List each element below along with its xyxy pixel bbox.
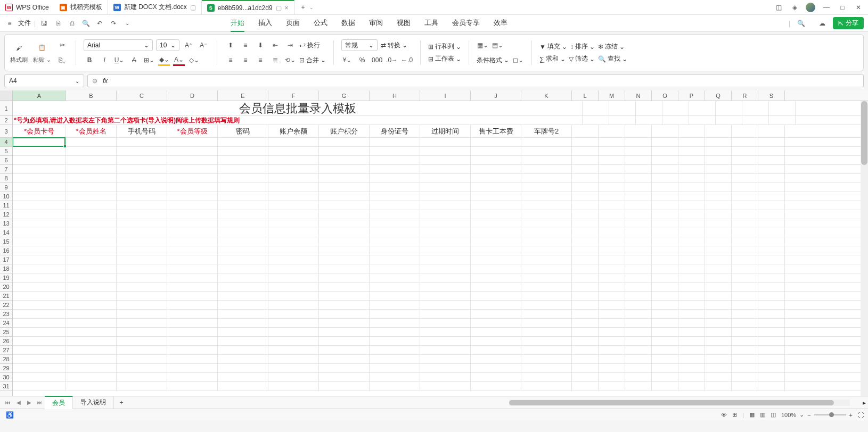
cell[interactable]	[705, 346, 732, 354]
cell[interactable]	[420, 255, 471, 264]
align-center-icon[interactable]: ≡	[240, 54, 251, 66]
cell[interactable]	[268, 183, 319, 192]
cell[interactable]	[218, 237, 268, 246]
cell[interactable]	[758, 382, 785, 391]
cell[interactable]	[732, 228, 758, 237]
undo-icon[interactable]: ↶	[94, 18, 105, 29]
cell[interactable]	[117, 355, 167, 363]
cell[interactable]	[521, 165, 572, 173]
cell[interactable]	[66, 355, 117, 363]
cell[interactable]	[370, 273, 420, 282]
worksheet-button[interactable]: ⊟ 工作表 ⌄	[428, 54, 461, 63]
cell[interactable]	[268, 264, 319, 273]
cell[interactable]	[66, 264, 117, 273]
cell[interactable]	[420, 237, 471, 246]
cell[interactable]	[167, 219, 218, 228]
maximize-button[interactable]: □	[835, 1, 850, 14]
cell[interactable]	[117, 264, 167, 273]
cell[interactable]	[268, 355, 319, 363]
preview-icon[interactable]: 🔍	[80, 18, 91, 29]
menu-tools[interactable]: 工具	[424, 15, 438, 32]
cell[interactable]	[268, 228, 319, 237]
cell[interactable]	[218, 219, 268, 228]
cell[interactable]	[599, 138, 625, 146]
cell[interactable]	[625, 373, 652, 381]
cell[interactable]	[521, 337, 572, 345]
cell[interactable]	[218, 292, 268, 300]
app-tab[interactable]: W WPS Office	[0, 0, 54, 14]
cell[interactable]	[758, 337, 785, 345]
cell[interactable]	[572, 183, 599, 192]
clear-format-icon[interactable]: ◇⌄	[188, 54, 200, 66]
cell[interactable]	[66, 165, 117, 173]
cell[interactable]	[167, 147, 218, 155]
cell[interactable]	[732, 174, 758, 182]
cell[interactable]	[117, 138, 167, 146]
col-header-I[interactable]: I	[420, 90, 471, 101]
cell[interactable]	[218, 264, 268, 273]
cell[interactable]	[732, 273, 758, 282]
cell[interactable]	[678, 138, 705, 146]
cell[interactable]	[572, 382, 599, 391]
cell[interactable]	[13, 364, 66, 372]
cell[interactable]	[521, 310, 572, 318]
cell[interactable]	[625, 138, 652, 146]
row-header-28[interactable]: 28	[0, 355, 12, 364]
cell[interactable]	[521, 292, 572, 300]
header-cell[interactable]: 账户余额	[268, 125, 319, 137]
cell[interactable]	[471, 156, 521, 164]
cell[interactable]	[599, 301, 625, 309]
cell[interactable]	[572, 228, 599, 237]
cell[interactable]	[652, 192, 678, 201]
cell[interactable]	[521, 210, 572, 219]
cell[interactable]	[420, 382, 471, 391]
cell[interactable]	[705, 255, 732, 264]
cell[interactable]	[117, 328, 167, 336]
grid-icon[interactable]: ⊞	[732, 411, 737, 418]
col-header-Q[interactable]: Q	[705, 90, 732, 101]
cell[interactable]	[319, 165, 370, 173]
paste-icon[interactable]: 📋	[36, 42, 48, 54]
cell[interactable]	[678, 210, 705, 219]
cell[interactable]	[117, 373, 167, 381]
cell[interactable]	[471, 192, 521, 201]
cell[interactable]	[268, 337, 319, 345]
cell[interactable]	[599, 210, 625, 219]
cell[interactable]	[705, 364, 732, 372]
cell[interactable]	[471, 183, 521, 192]
cell[interactable]	[521, 183, 572, 192]
scroll-thumb[interactable]	[509, 400, 834, 405]
cell[interactable]	[705, 337, 732, 345]
cell[interactable]	[625, 210, 652, 219]
cell[interactable]	[625, 183, 652, 192]
cell[interactable]	[13, 373, 66, 381]
cell[interactable]	[167, 156, 218, 164]
cell[interactable]	[66, 382, 117, 391]
cell[interactable]	[218, 147, 268, 155]
cell[interactable]	[13, 228, 66, 237]
row-header-19[interactable]: 19	[0, 273, 12, 283]
chevron-down-icon[interactable]: ⌄	[75, 78, 79, 84]
cell[interactable]	[625, 319, 652, 327]
cell[interactable]	[732, 237, 758, 246]
cell[interactable]	[678, 283, 705, 291]
cell[interactable]	[599, 228, 625, 237]
cell[interactable]	[420, 219, 471, 228]
cell[interactable]	[268, 165, 319, 173]
cell[interactable]	[758, 328, 785, 336]
row-header-27[interactable]: 27	[0, 346, 12, 355]
cell[interactable]	[66, 246, 117, 255]
cell[interactable]	[758, 301, 785, 309]
cell[interactable]	[268, 346, 319, 354]
cell[interactable]	[678, 165, 705, 173]
cell[interactable]	[13, 337, 66, 345]
cell[interactable]	[13, 192, 66, 201]
cell[interactable]	[319, 355, 370, 363]
cell[interactable]	[625, 364, 652, 372]
cell[interactable]	[117, 210, 167, 219]
menu-insert[interactable]: 插入	[258, 15, 272, 32]
header-cell[interactable]: 过期时间	[420, 125, 471, 137]
cell[interactable]	[732, 310, 758, 318]
cell[interactable]	[319, 156, 370, 164]
header-cell[interactable]: *会员等级	[167, 125, 218, 137]
